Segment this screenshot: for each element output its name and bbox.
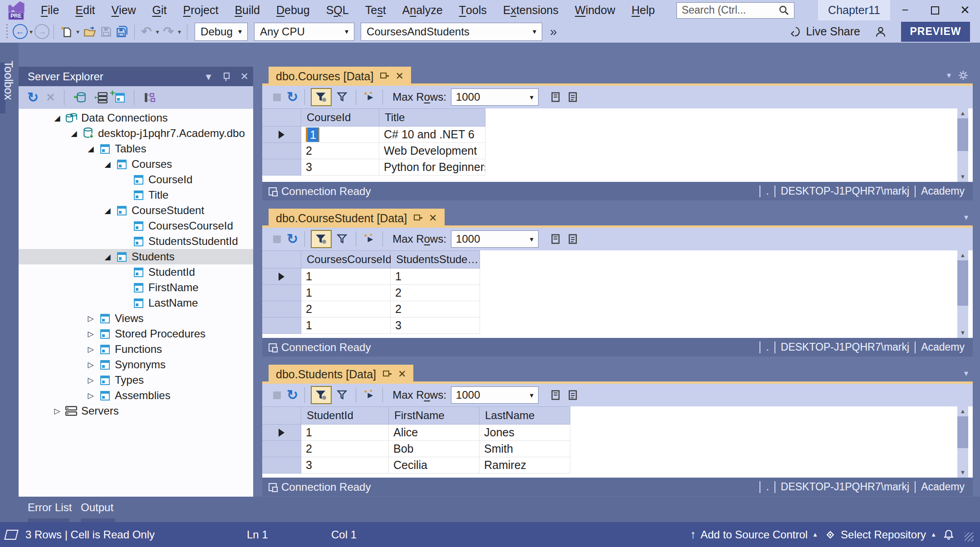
expanded-icon[interactable]: ◢ [101,252,114,262]
tree-item-courses[interactable]: ◢ Courses [19,156,253,172]
scroll-up-icon[interactable]: ▲ [960,108,966,118]
tab-list-icon[interactable]: ▾ [964,368,968,378]
navigate-forward-button[interactable]: → [34,24,49,39]
menu-file[interactable]: File [33,0,67,20]
expanded-icon[interactable]: ◢ [101,160,114,169]
menu-window[interactable]: Window [567,0,623,20]
pin-icon[interactable] [380,72,389,81]
connect-to-server-button[interactable] [94,92,108,103]
tab-dbo-coursestudent-data[interactable]: dbo.CourseStudent [Data] ✕ [269,209,445,228]
row-selector[interactable] [262,127,301,143]
collapsed-icon[interactable]: ▷ [84,314,98,323]
vertical-scrollbar[interactable]: ▲ ▼ [957,108,968,182]
tab-dbo-students-data[interactable]: dbo.Students [Data] ✕ [269,365,413,384]
collapsed-icon[interactable]: ▷ [50,406,64,416]
selected-cell[interactable]: 1 [306,127,319,142]
select-repository-button[interactable]: Select Repository ▲ [824,528,936,541]
max-rows-select[interactable]: 1000 ▾ [451,230,539,248]
create-new-sql-database-button[interactable]: + [115,93,125,103]
refresh-button[interactable]: ↻ [287,388,298,402]
column-header[interactable]: Title [379,108,485,127]
max-rows-select[interactable]: 1000 ▾ [451,386,539,404]
tree-item-functions[interactable]: ▷ Functions [19,342,253,357]
redo-button[interactable]: ↷ [163,24,174,39]
stop-button[interactable] [273,93,281,101]
scroll-thumb[interactable] [957,118,968,151]
scroll-thumb[interactable] [957,416,968,448]
expanded-icon[interactable]: ◢ [101,206,114,215]
add-to-source-control-button[interactable]: ↑ Add to Source Control ▲ [690,527,818,542]
menu-extensions[interactable]: Extensions [495,0,567,20]
pin-icon[interactable] [413,214,422,223]
expanded-icon[interactable]: ◢ [50,113,64,123]
script-button[interactable] [363,233,375,245]
column-indicator[interactable]: Col 1 [331,528,357,541]
tree-item-coursescourseid[interactable]: CoursesCourseId [19,218,253,234]
startup-project-select[interactable]: CoursesAndStudents ▾ [361,23,542,41]
show-diagram-pane-icon[interactable] [550,233,561,245]
auto-populate-button[interactable] [143,92,156,103]
solution-platform-select[interactable]: Any CPU ▾ [254,23,354,41]
row-selector[interactable] [262,441,301,457]
row-selector[interactable] [262,301,301,317]
collapsed-icon[interactable]: ▷ [84,360,98,370]
show-diagram-pane-icon[interactable] [550,91,561,103]
refresh-button[interactable]: ↻ [287,232,298,246]
grid-cell[interactable]: 1 [301,317,391,334]
filter-active-toggle[interactable] [311,88,332,106]
close-icon[interactable]: ✕ [395,70,403,82]
tree-item-courseid[interactable]: CourseId [19,172,253,187]
live-share-button[interactable]: Live Share [789,25,860,38]
line-indicator[interactable]: Ln 1 [247,528,268,541]
menu-debug[interactable]: Debug [268,0,318,20]
menu-test[interactable]: Test [357,0,394,20]
script-button[interactable] [363,389,375,401]
collapsed-icon[interactable]: ▷ [84,329,98,339]
scroll-down-icon[interactable]: ▼ [960,328,966,338]
tree-item-title[interactable]: Title [19,187,253,203]
collapsed-icon[interactable]: ▷ [84,391,98,400]
grid-cell[interactable]: 3 [391,317,480,334]
tree-item-tables[interactable]: ◢ Tables [19,141,253,156]
new-project-button[interactable] [60,26,72,38]
show-diagram-pane-icon[interactable] [550,389,561,401]
row-selector[interactable] [262,269,301,285]
preview-button[interactable]: PREVIEW [901,22,970,42]
column-header[interactable]: StudentsStude… [391,250,480,269]
collapsed-icon[interactable]: ▷ [84,376,98,385]
stop-button[interactable] [273,391,281,399]
script-button[interactable] [363,91,375,103]
minimize-button[interactable]: − [890,0,920,20]
menu-build[interactable]: Build [226,0,268,20]
scroll-up-icon[interactable]: ▲ [960,250,966,260]
row-selector[interactable] [262,425,301,441]
show-criteria-pane-icon[interactable] [568,389,578,401]
grid-cell[interactable]: 1 [301,127,379,143]
tree-item-stored-procedures[interactable]: ▷ Stored Procedures [19,326,253,342]
refresh-button[interactable]: ↻ [287,90,298,104]
close-button[interactable]: ✕ [950,0,980,20]
row-selector[interactable] [262,285,301,301]
grid-cell[interactable]: Web Development [379,143,485,159]
tree-item-students[interactable]: ◢ Students [19,249,253,264]
tree-item-synonyms[interactable]: ▷ Synonyms [19,357,253,372]
grid-cell[interactable]: 2 [391,301,480,317]
window-position-icon[interactable]: ▾ [206,70,211,83]
filter-active-toggle[interactable] [311,230,332,248]
tab-list-icon[interactable]: ▾ [947,70,951,80]
row-selector[interactable] [262,317,301,334]
menu-project[interactable]: Project [175,0,227,20]
row-selector[interactable] [262,143,301,159]
select-all-cell[interactable] [262,406,301,425]
grid-cell[interactable]: 2 [301,301,391,317]
pin-icon[interactable] [382,370,392,379]
column-header[interactable]: FirstName [389,406,480,425]
close-icon[interactable]: ✕ [429,212,437,224]
grid-cell[interactable]: Bob [389,441,480,457]
grid-cell[interactable]: 1 [301,285,391,301]
close-icon[interactable]: ✕ [240,71,249,83]
show-criteria-pane-icon[interactable] [568,233,578,245]
open-file-button[interactable] [83,26,96,37]
pin-icon[interactable] [221,72,230,81]
tree-item-firstname[interactable]: FirstName [19,280,253,295]
